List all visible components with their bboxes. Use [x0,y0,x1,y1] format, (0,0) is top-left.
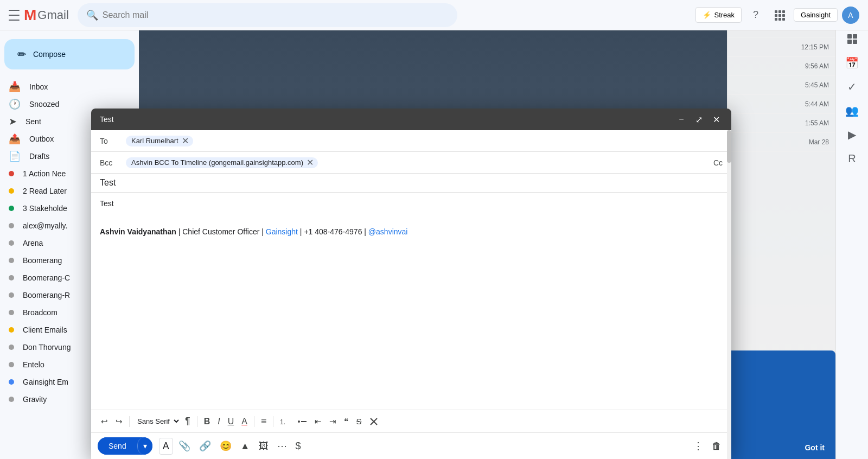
send-button[interactable]: Send [98,437,137,455]
help-button[interactable]: ? [746,5,765,25]
ordered-list-button[interactable]: 1. [277,415,293,429]
signature-phone: +1 408-476-4976 [304,227,362,236]
gainsight-button[interactable]: Gainsight [794,8,838,22]
font-selector[interactable]: Sans Serif [133,416,181,427]
signature-name: Ashvin Vaidyanathan [100,227,176,236]
bcc-field: Bcc Ashvin BCC To Timeline (gongemail.ga… [91,152,731,174]
compose-icon: ✏ [17,48,27,61]
clear-format-button[interactable] [366,415,382,429]
inbox-label: Inbox [29,82,122,91]
indent-increase-button[interactable]: ⇥ [326,415,340,429]
list-item[interactable]: 5:45 AM [727,76,835,95]
compose-title: Test [100,115,114,124]
svg-rect-0 [775,10,777,13]
inbox-icon: 📥 [9,81,21,93]
signature-twitter-link[interactable]: @ashvinvai [368,227,408,236]
text-color-button[interactable]: A [238,415,251,429]
menu-icon[interactable] [9,10,20,21]
discard-button[interactable]: 🗑 [709,438,725,454]
svg-rect-9 [847,34,852,39]
indent-decrease-button[interactable]: ⇤ [311,415,325,429]
svg-rect-11 [847,40,852,44]
sidebar-item-inbox[interactable]: 📥 Inbox [0,78,130,95]
quote-button[interactable]: ❝ [341,415,352,429]
expand-button[interactable]: ⤢ [692,113,705,126]
boomerang-dot [9,258,14,263]
search-bar[interactable]: 🔍 [78,3,457,27]
format-options-button[interactable]: A [159,438,173,455]
email-time: 5:44 AM [734,100,829,108]
to-recipient-remove[interactable]: ✕ [182,137,189,145]
dollar-button[interactable]: $ [292,438,304,454]
cc-label[interactable]: Cc [713,158,723,167]
streak-icon: ⚡ [703,11,711,19]
apps-button[interactable] [770,5,789,25]
right-panel-icon-3[interactable]: 👥 [841,100,863,122]
compose-button[interactable]: ✏ Compose [4,39,135,69]
svg-rect-12 [853,40,857,44]
list-item[interactable]: 1:55 AM [727,114,835,133]
body-line1: Test [100,199,723,208]
gmail-text: Gmail [37,8,68,22]
compose-editor[interactable]: Test Ashvin Vaidyanathan | Chief Custome… [91,193,731,410]
subject-input[interactable] [100,178,723,188]
more-options-button[interactable]: ⋯ [274,438,290,454]
formatting-toolbar: ↩ ↪ Sans Serif ¶ B I U A ≡ 1. ⇤ ⇥ ❝ S [91,410,731,432]
right-panel-icon-5[interactable]: R [841,148,863,169]
scrollbar-thumb[interactable] [727,130,731,163]
to-field: To Karl Rumelhart ✕ [91,130,731,152]
unordered-list-button[interactable] [294,415,310,429]
redo-button[interactable]: ↪ [112,415,126,429]
boomerang-c-dot [9,275,14,280]
entelo-dot [9,362,14,367]
undo-button[interactable]: ↩ [98,415,111,429]
toolbar-separator-3 [254,416,254,427]
italic-button[interactable]: I [214,415,223,429]
right-panel-icon-1[interactable] [841,28,863,50]
more-menu-button[interactable]: ⋮ [690,438,706,454]
search-input[interactable] [103,10,449,20]
toolbar-separator-2 [197,416,197,427]
strikethrough-button[interactable]: S [353,415,365,428]
got-it-button[interactable]: Got it [805,443,825,452]
right-panel-icon-4[interactable]: ▶ [841,124,863,145]
close-button[interactable]: ✕ [710,113,723,126]
insert-emoji-button[interactable]: 😊 [216,438,235,454]
signature-company-link[interactable]: Gainsight [266,227,298,236]
right-panel-calendar-icon[interactable]: 📅 [841,52,863,74]
action-needed-dot [9,171,14,176]
to-recipient-name: Karl Rumelhart [131,137,178,145]
right-panel: ⚙ 📅 ✓ 👥 ▶ R [835,0,868,459]
streak-button[interactable]: ⚡ Streak [695,7,742,23]
compose-footer: Send ▾ A 📎 🔗 😊 ▲ 🖼 ⋯ $ ⋮ 🗑 [91,432,731,459]
to-label: To [100,137,122,145]
list-item[interactable]: 12:15 PM [727,38,835,57]
to-recipient-chip[interactable]: Karl Rumelhart ✕ [126,136,193,146]
drive-button[interactable]: ▲ [237,438,253,454]
minimize-button[interactable]: − [675,113,688,126]
align-button[interactable]: ≡ [258,413,270,429]
top-bar: M Gmail 🔍 ⚡ Streak ? [0,0,868,30]
insert-link-button[interactable]: 🔗 [196,438,214,454]
gainsight-em-dot [9,379,14,385]
streak-label: Streak [714,11,735,19]
bold-button[interactable]: B [201,415,214,429]
text-size-button[interactable]: ¶ [182,413,194,429]
scrollbar-track [727,130,731,459]
list-item[interactable]: Mar 28 [727,133,835,152]
insert-photo-button[interactable]: 🖼 [256,438,272,454]
send-options-button[interactable]: ▾ [137,437,152,455]
attach-file-button[interactable]: 📎 [175,438,194,454]
svg-rect-10 [853,34,857,39]
gainsight-label: Gainsight [801,11,831,19]
gmail-m: M [24,7,36,24]
underline-button[interactable]: U [225,415,238,429]
right-panel-icon-2[interactable]: ✓ [841,76,863,98]
avatar[interactable]: A [842,7,859,24]
bcc-recipient-remove[interactable]: ✕ [307,158,314,167]
email-time: 1:55 AM [734,119,829,127]
list-item[interactable]: 9:56 AM [727,57,835,76]
bcc-recipient-chip[interactable]: Ashvin BCC To Timeline (gongemail.gainsi… [126,157,318,168]
compose-header[interactable]: Test − ⤢ ✕ [91,109,731,130]
list-item[interactable]: 5:44 AM [727,95,835,114]
